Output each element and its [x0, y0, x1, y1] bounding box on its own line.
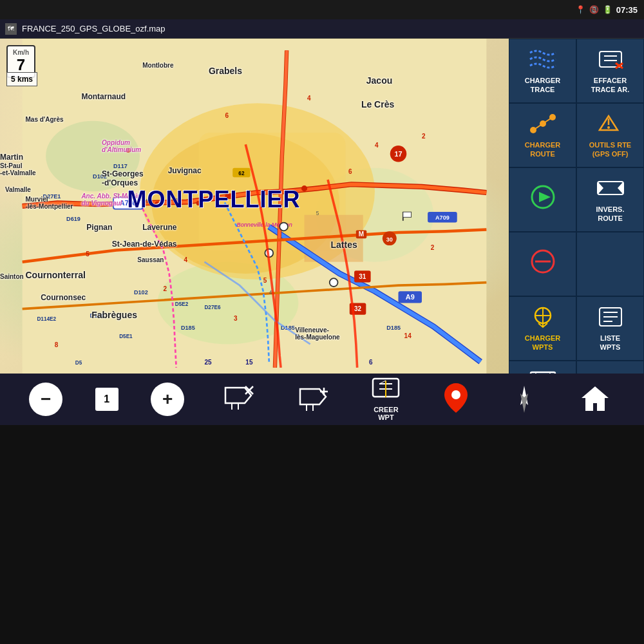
- svg-point-1: [46, 121, 140, 191]
- invers-route-label: INVERS.ROUTE: [596, 205, 624, 222]
- device-frame: 📍 📵 🔋 07:35 🗺 FRANCE_250_GPS_GLOBE_ozf.m…: [0, 0, 644, 644]
- svg-text:M: M: [359, 231, 364, 238]
- charger-wpts-button[interactable]: CHARGERWPTS: [509, 296, 576, 361]
- outils-rte-label: OUTILS RTE(GPS OFF): [589, 141, 631, 158]
- svg-text:D114E2: D114E2: [37, 316, 56, 322]
- play-icon: [527, 184, 559, 213]
- svg-text:2: 2: [422, 133, 426, 140]
- main-area: A750 A9 A709 62 D27E1 D102 D117 D619 D1: [0, 39, 644, 374]
- map-minus-icon: [222, 383, 254, 417]
- liste-wpts-button[interactable]: LISTEWPTS: [576, 296, 644, 361]
- svg-text:A750: A750: [120, 199, 137, 207]
- effacer-trace-button[interactable]: EFFACERTRACE AR.: [576, 39, 644, 103]
- charger-route-button[interactable]: CHARGERROUTE: [509, 103, 576, 167]
- svg-point-37: [196, 201, 201, 205]
- charger-trace-button[interactable]: CHARGERTRACE: [509, 39, 576, 103]
- app-container: 🗺 FRANCE_250_GPS_GLOBE_ozf.map: [0, 19, 644, 425]
- right-panel: CHARGERTRACE: [509, 39, 644, 374]
- svg-point-41: [279, 223, 288, 231]
- sauver-wpts-icon: [527, 370, 559, 374]
- svg-text:D619: D619: [66, 216, 80, 222]
- svg-text:D5E1: D5E1: [119, 334, 133, 339]
- status-icons: 📍 📵 🔋 07:35: [576, 5, 638, 15]
- svg-text:A9: A9: [406, 293, 415, 301]
- outils-rte-icon: [594, 112, 627, 138]
- svg-rect-66: [403, 212, 412, 217]
- plus-icon: +: [162, 389, 173, 410]
- svg-text:2: 2: [164, 285, 167, 292]
- creer-wpt-button[interactable]: CREERWPT: [366, 375, 405, 424]
- compass-icon: [511, 383, 537, 415]
- map-remove-button[interactable]: [217, 380, 260, 419]
- sauver-wpts-button[interactable]: SAUVERWPTS: [509, 361, 576, 374]
- svg-point-36: [126, 148, 130, 153]
- zoom-in-button[interactable]: +: [151, 383, 184, 416]
- svg-text:8: 8: [55, 341, 59, 348]
- svg-point-124: [451, 390, 460, 399]
- bottom-spacer: [0, 425, 644, 644]
- location-pin-button[interactable]: [438, 379, 474, 419]
- svg-line-80: [533, 124, 543, 130]
- svg-point-34: [225, 193, 231, 199]
- svg-text:7: 7: [175, 198, 178, 204]
- svg-text:6: 6: [225, 112, 229, 119]
- groupe-wpts-button[interactable]: + GROUPEDE WPTS: [576, 361, 644, 374]
- minus-icon: −: [41, 389, 51, 410]
- app-icon: 🗺: [5, 23, 17, 35]
- outils-rte-button[interactable]: OUTILS RTE(GPS OFF): [576, 103, 644, 167]
- panel-grid: CHARGERTRACE: [509, 39, 644, 374]
- svg-point-83: [607, 126, 610, 129]
- invers-route-button[interactable]: INVERS.ROUTE: [576, 167, 644, 232]
- scale-indicator: 5 kms: [6, 72, 37, 86]
- liste-wpts-label: LISTEWPTS: [600, 334, 621, 351]
- svg-line-81: [543, 117, 553, 124]
- svg-text:D185: D185: [386, 325, 401, 331]
- creer-wpt-icon: [372, 377, 400, 403]
- svg-text:14: 14: [404, 332, 412, 339]
- stop-icon: [527, 249, 559, 278]
- compass-button[interactable]: [506, 381, 542, 418]
- svg-text:D185: D185: [181, 325, 195, 331]
- svg-text:4: 4: [184, 256, 188, 263]
- svg-point-33: [155, 202, 160, 207]
- svg-text:31: 31: [359, 273, 366, 280]
- svg-text:5: 5: [86, 251, 90, 258]
- bottom-toolbar: − 1 +: [0, 374, 644, 425]
- svg-text:5: 5: [146, 198, 149, 204]
- map-svg: A750 A9 A709 62 D27E1 D102 D117 D619 D1: [0, 39, 509, 374]
- speed-unit: Km/h: [13, 49, 29, 56]
- svg-text:6: 6: [369, 359, 373, 366]
- zoom-level-display: 1: [95, 388, 118, 411]
- svg-text:17: 17: [394, 150, 402, 158]
- charger-wpts-icon: [527, 305, 559, 332]
- blank-panel: [576, 232, 644, 296]
- svg-text:3: 3: [117, 193, 120, 198]
- liste-wpts-icon: [594, 305, 627, 332]
- home-button[interactable]: [575, 381, 615, 417]
- svg-text:4: 4: [375, 142, 379, 149]
- effacer-trace-icon: [594, 48, 627, 74]
- svg-text:2: 2: [431, 244, 435, 251]
- play-button[interactable]: [509, 167, 576, 232]
- location-icon: 📍: [576, 5, 585, 14]
- svg-text:6: 6: [348, 168, 352, 175]
- svg-text:D117: D117: [113, 163, 128, 169]
- svg-text:25: 25: [204, 359, 212, 366]
- map-area[interactable]: A750 A9 A709 62 D27E1 D102 D117 D619 D1: [0, 39, 509, 374]
- svg-rect-100: [536, 372, 550, 374]
- creer-wpt-label: CREERWPT: [374, 406, 399, 421]
- charger-trace-label: CHARGERTRACE: [525, 77, 561, 93]
- svg-text:4: 4: [307, 95, 311, 102]
- svg-text:15: 15: [245, 359, 253, 366]
- zoom-out-button[interactable]: −: [29, 383, 62, 416]
- svg-text:D5: D5: [75, 360, 82, 366]
- svg-text:D114: D114: [90, 312, 105, 319]
- home-icon: [580, 384, 610, 415]
- svg-marker-109: [225, 388, 251, 403]
- svg-text:D102: D102: [134, 289, 148, 296]
- svg-text:30: 30: [386, 236, 393, 243]
- svg-marker-127: [582, 386, 609, 411]
- map-add-button[interactable]: [292, 381, 334, 417]
- svg-point-35: [301, 185, 307, 191]
- stop-button[interactable]: [509, 232, 576, 296]
